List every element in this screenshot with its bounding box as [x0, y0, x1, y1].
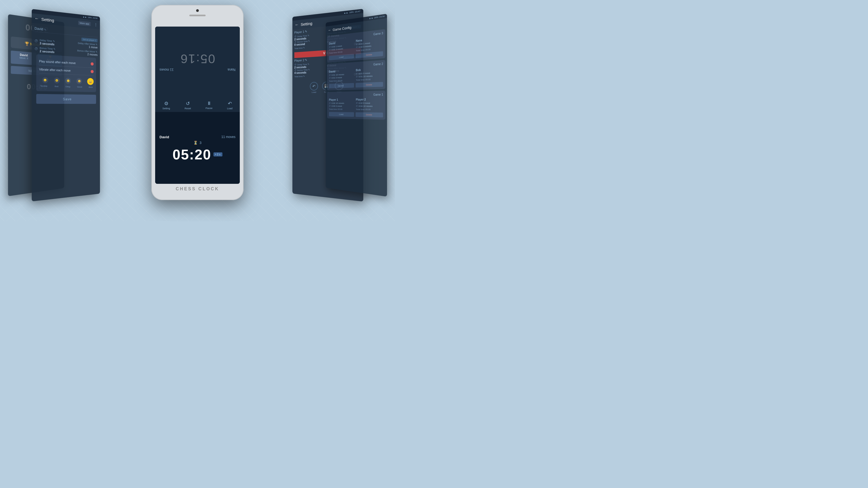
clock-icon-bonus: ⏱ — [34, 47, 38, 51]
battery-right: 18% — [349, 11, 353, 14]
back-icon-left[interactable]: ← — [34, 16, 39, 21]
phone-screen: Nana 11 moves 05:16 ⚙ Setting ↺ Reset — [155, 27, 240, 184]
hourglass-row: ⏳ 3 — [193, 141, 201, 145]
g1-p2-total: Total time 05:00 — [356, 108, 383, 111]
toolbar-setting[interactable]: ⚙ Setting — [162, 101, 170, 110]
game-card-3: Game 3 David ⏱ 0:03 1 move ⏱ 0:02 3 move… — [327, 29, 385, 62]
rating-dot-2[interactable]: 😐 — [54, 77, 60, 84]
more-app-button-left[interactable]: More app — [78, 21, 91, 26]
main-scene: 00:12 🏆 NANA WON David Move: 8 🏆 Nana Mo… — [8, 5, 388, 216]
p2-total-label: Total time ✎ — [294, 75, 305, 78]
player2-label: Player 2 ✎ — [294, 58, 307, 62]
game-2-actions: Load Delete — [329, 82, 383, 88]
game-1-p2-name: Player 2 — [356, 98, 383, 101]
top-timer-display: 05:16 — [180, 52, 215, 66]
game-3-delete-btn[interactable]: Delete — [355, 51, 383, 58]
load-action-btn[interactable]: ↶ Load — [310, 82, 318, 94]
stat-g3-p1-2: 0:02 3 moves — [332, 47, 343, 51]
battery-left: 18% — [88, 16, 92, 19]
top-player-name: Nana — [227, 68, 236, 72]
rating-dot-3[interactable]: 🙂 — [65, 78, 71, 84]
rating-labels-row: Terrible Bad Okay Good Best — [39, 85, 94, 88]
game-2-players: David ⏱ 0:01 10 moves ⏱ 0:01 0 move Tota… — [329, 67, 383, 83]
bottom-player-info: David 11 moves — [155, 133, 240, 141]
time-right: 23:47 — [355, 10, 361, 13]
stat-icon-g3-p2-2: ⏱ — [356, 46, 358, 49]
game-2-delete-btn[interactable]: Delete — [355, 82, 383, 88]
time-far-right: 23:50 — [379, 15, 385, 18]
stat-g1-p1-1: 0:00 10 moves — [332, 102, 344, 104]
stat-icon-g2-p2-1: ⏱ — [356, 72, 358, 75]
toolbar-load[interactable]: ↶ Load — [227, 101, 232, 110]
rating-label-best: Best — [89, 86, 93, 88]
play-sound-toggle[interactable] — [91, 62, 94, 66]
rating-section: 😞 😐 🙂 😊 😄 Terrible Bad Okay — [39, 73, 94, 90]
rating-dot-1[interactable]: 😞 — [42, 77, 48, 83]
g1-p1-total: Total time 05:00 — [329, 108, 354, 110]
load-icon: ↶ — [228, 101, 232, 106]
phone-speaker — [189, 14, 206, 16]
top-player-moves: 11 moves — [159, 68, 174, 72]
main-timer: 05:20 +2s — [173, 147, 222, 163]
phone-label: CHESS CLOCK — [176, 187, 219, 191]
screen-left-settings: ▲▲ 18% 23:50 ← Setting More app ⋮ David … — [32, 9, 100, 201]
bottom-player-area[interactable]: David 11 moves ⏳ 3 05:20 +2s — [155, 112, 240, 184]
set-player-btn-left[interactable]: Set as player 1 — [82, 37, 98, 42]
top-player-area[interactable]: Nana 11 moves 05:16 — [155, 27, 240, 98]
toolbar-reset[interactable]: ↺ Reset — [185, 101, 191, 110]
signal-right: ▲▲ — [344, 11, 348, 14]
vibrate-toggle[interactable] — [91, 70, 94, 73]
rating-label-good: Good — [77, 86, 82, 88]
stat-g2-p2-1: 0:01 0 move — [359, 72, 370, 75]
g2-p2-total: Total time 05:00 — [356, 77, 383, 81]
top-player-content: Nana 11 moves 05:16 — [155, 27, 240, 98]
time-left: 23:50 — [93, 17, 98, 20]
stat-icon-g1-p2-2: ⏱ — [356, 105, 358, 107]
game-card-2: Game 2 David ⏱ 0:01 10 moves ⏱ 0:01 0 mo… — [327, 60, 385, 91]
toolbar-pause[interactable]: ⏸ Pause — [206, 101, 213, 110]
settings-title-left: Setting — [41, 17, 76, 25]
game-3-load-btn[interactable]: Load — [329, 54, 354, 60]
game-1-load-btn[interactable]: Load — [329, 112, 354, 117]
edit-icon-player[interactable]: ✎ — [44, 28, 46, 31]
rating-dots-row: 😞 😐 🙂 😊 😄 — [39, 76, 94, 85]
rating-dot-5[interactable]: 😄 — [87, 78, 94, 85]
bottom-player-name: David — [159, 135, 169, 139]
stat-icon-g2-p1-2: ⏱ — [329, 77, 331, 79]
game-1-players: Player 1 ⏱ 0:00 10 moves ⏱ 0:00 0 move T… — [329, 98, 383, 111]
back-icon-right[interactable]: ← — [295, 22, 299, 27]
game-card-1: Game 1 Player 1 ⏱ 0:00 10 moves ⏱ 0:00 0… — [327, 91, 385, 120]
clock-icon-p2-bonus: ⏱ — [294, 69, 297, 72]
stat-icon-g2-p2-2: ⏱ — [356, 75, 358, 78]
center-phone: Nana 11 moves 05:16 ⚙ Setting ↺ Reset — [151, 5, 244, 200]
screen-far-right: ▲▲ 18% 23:50 ← Game Config Game 3 David … — [326, 14, 387, 197]
save-button-left[interactable]: Save — [36, 94, 96, 104]
top-player-info-row: Nana 11 moves — [155, 66, 240, 73]
menu-icon-left[interactable]: ⋮ — [94, 22, 98, 27]
game-1-actions: Load Delete — [329, 112, 383, 118]
clock-icon-delay: ⏱ — [34, 39, 38, 43]
stat-g1-p2-2: 0:04 10 moves — [359, 105, 372, 107]
bottom-player-moves: 11 moves — [221, 135, 236, 139]
stat-g1-p1-2: 0:00 0 move — [332, 105, 342, 107]
rating-dot-4[interactable]: 😊 — [76, 78, 82, 84]
settings-overlay-panel: Play sound after each move Vibrate after… — [36, 54, 96, 92]
phone-camera — [196, 9, 199, 12]
p1-total-label: Total time ✎ — [294, 46, 305, 50]
game-2-load-btn[interactable]: Load — [329, 83, 354, 88]
load-label: Load — [227, 107, 232, 110]
stat-g2-p2-2: 0:01 10 moves — [359, 75, 372, 78]
stat-g2-p1-1: 0:01 10 moves — [332, 73, 344, 76]
game-config-title: Game Config — [333, 25, 351, 32]
g2-p1-total: Total time 05:00 — [329, 79, 354, 83]
toolbar: ⚙ Setting ↺ Reset ⏸ Pause ↶ Load — [155, 98, 240, 112]
stat-g2-p1-2: 0:01 0 move — [332, 76, 342, 79]
setting-label: Setting — [162, 107, 170, 110]
stat-icon-g1-p1-1: ⏱ — [329, 102, 331, 104]
pause-label: Pause — [206, 107, 213, 109]
game-1-delete-btn[interactable]: Delete — [355, 112, 383, 118]
reset-icon: ↺ — [186, 101, 190, 106]
back-icon-far-right[interactable]: ← — [328, 28, 331, 33]
bonus-badge: +2s — [214, 152, 222, 156]
reset-label: Reset — [185, 107, 191, 110]
